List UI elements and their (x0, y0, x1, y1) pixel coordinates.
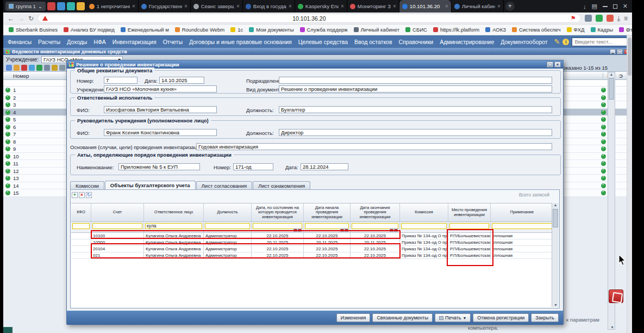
doc-type-field[interactable] (279, 85, 552, 92)
bookmark-item[interactable]: Еженедельный м (121, 27, 169, 33)
col-note[interactable]: Примечание (491, 203, 553, 221)
kaspersky-extension-icon[interactable] (596, 15, 603, 22)
app-menu-item[interactable]: Финансы (8, 39, 32, 45)
filter-date-state[interactable] (253, 223, 302, 229)
bookmark-item[interactable]: ФХД (567, 27, 585, 33)
dialog-tab[interactable]: Комиссии (70, 181, 104, 190)
filter-commission[interactable] (401, 223, 447, 229)
tab-close-icon[interactable]: × (445, 4, 448, 9)
app-menu-item[interactable]: Администрирование (440, 39, 494, 45)
col-account[interactable]: Счет (91, 203, 144, 221)
bookmark-item[interactable]: Личный кабинет (354, 27, 399, 33)
date-field[interactable] (159, 77, 204, 84)
bookmark-item[interactable]: Sberbank Busines (9, 27, 58, 33)
app-menu-item[interactable]: Расчеты (38, 39, 60, 45)
filter-note[interactable] (492, 223, 552, 229)
refresh-icon[interactable]: ↻ (86, 192, 92, 198)
filter-account[interactable] (92, 223, 142, 229)
app-menu-item[interactable]: Ввод остатков (354, 39, 392, 45)
head-position-field[interactable] (279, 129, 552, 136)
pinned-tab[interactable] (77, 2, 85, 10)
col-place[interactable]: Место проведения инвентаризации (448, 203, 491, 221)
close-button[interactable]: × (554, 61, 561, 67)
address-field[interactable]: 10.101.36.20 ⚑ (37, 14, 581, 23)
col-responsible[interactable]: Ответственное лицо (144, 203, 204, 221)
app-menu-item[interactable]: НФА (93, 39, 105, 45)
bookmark-flag-icon[interactable]: ⚑ (571, 15, 576, 21)
column-e[interactable]: Э (615, 73, 627, 79)
browser-tab[interactable]: Kaspersky Endpoin × (295, 0, 347, 13)
delete-row-icon[interactable]: × (79, 192, 85, 198)
app-menu-item[interactable]: Документооборот (501, 39, 547, 45)
dialog-tab[interactable]: Лист согласования (196, 181, 253, 190)
extension-icon[interactable] (585, 15, 592, 22)
app-menu-item[interactable]: Целевые средства (298, 39, 348, 45)
back-icon[interactable]: ← (8, 15, 14, 22)
grid-scrollbar[interactable]: ▲▼ (552, 203, 559, 307)
filter-date-end[interactable] (352, 223, 398, 229)
tab-group-chip[interactable]: группа 1 ⌄ (5, 2, 46, 11)
browser-tab[interactable]: 10.101.36.20 × (399, 0, 452, 13)
executor-position-field[interactable] (279, 106, 552, 113)
number-field[interactable] (104, 77, 137, 84)
bookmark-item[interactable]: Анализ БУ подвед (64, 27, 115, 33)
info-icon[interactable]: i (562, 39, 569, 45)
app-menu-item[interactable]: Доходы (67, 39, 87, 45)
bookmark-item[interactable]: Система обеспеч (512, 27, 561, 33)
browser-tab[interactable]: Личный кабинет ю × (452, 0, 504, 13)
tab-close-icon[interactable]: × (236, 4, 240, 9)
toolbar-icon[interactable] (6, 65, 12, 71)
minimize-button[interactable] (603, 6, 608, 7)
bookmark-item[interactable]: Кадры (591, 27, 613, 33)
forward-icon[interactable]: → (18, 15, 24, 22)
browser-tab[interactable]: 1 непрочитанный ч × (86, 0, 139, 13)
minimize-button[interactable]: ▁ (610, 49, 616, 54)
pinned-tab[interactable] (57, 2, 65, 10)
bookmark-item[interactable]: АОКЗ (485, 27, 506, 33)
col-kfo[interactable]: КФО (71, 203, 91, 221)
bookmark-item[interactable]: Мои документы (249, 27, 293, 33)
changes-button[interactable]: Изменения (336, 313, 371, 322)
filter-responsible[interactable] (145, 223, 202, 229)
act-name-field[interactable] (118, 163, 200, 170)
app-menu-item[interactable]: Договоры и иные правовые основания (189, 39, 292, 45)
tab-close-icon[interactable]: × (184, 4, 187, 9)
pinned-tab[interactable] (47, 2, 55, 10)
extension-icon[interactable] (607, 15, 614, 22)
close-button[interactable]: ✕ (623, 3, 628, 10)
maximize-button[interactable] (613, 4, 617, 9)
dialog-tab[interactable]: Объекты бухгалтерского учета (105, 181, 196, 190)
panels-icon[interactable]: ▤ (591, 3, 597, 10)
bookmarks-overflow-icon[interactable]: » (627, 26, 630, 33)
toolbar-icon[interactable] (44, 65, 50, 71)
act-number-field[interactable] (233, 163, 273, 170)
executor-fio-field[interactable] (104, 106, 217, 113)
app-menu-item[interactable]: Инвентаризация (112, 39, 157, 45)
col-position[interactable]: Должность (204, 203, 252, 221)
maximize-button[interactable]: ▢ (547, 61, 553, 67)
app-menu-item[interactable]: Отчеты (163, 39, 183, 45)
refresh-icon[interactable]: ↻ (28, 15, 34, 22)
bookmark-item[interactable]: СБИС (405, 27, 427, 33)
cancel-registration-button[interactable]: Отмена регистрации (473, 313, 529, 322)
related-docs-button[interactable]: Связанные документы (372, 313, 433, 322)
browser-tab[interactable]: Государственная и × (139, 0, 191, 13)
add-row-icon[interactable]: + (72, 192, 78, 198)
new-tab-button[interactable]: + (505, 2, 515, 11)
browser-tab[interactable]: Вход в государств × (243, 0, 295, 13)
downloads-icon[interactable]: ↓ (583, 3, 586, 10)
toolbar-icon[interactable] (36, 65, 42, 71)
institution-field[interactable] (104, 85, 217, 92)
browser-tab[interactable]: Сеанс завершен × (191, 0, 243, 13)
browser-tab[interactable]: Мониторинг Здрав × (347, 0, 399, 13)
tab-close-icon[interactable]: × (289, 4, 292, 9)
maximize-button[interactable]: ▢ (617, 49, 623, 54)
col-date-state[interactable]: Дата, по состоянию на которую проводится… (252, 203, 304, 221)
col-date-start[interactable]: Дата начала проведения инвентаризации (304, 203, 351, 221)
print-button[interactable]: Печать▼ (435, 313, 471, 322)
bookmark-item[interactable]: Служба поддерж (300, 27, 348, 33)
search-input[interactable] (572, 38, 632, 46)
col-date-end[interactable]: Дата окончания проведения инвентаризации (351, 203, 400, 221)
tab-close-icon[interactable]: × (341, 4, 344, 9)
close-dialog-button[interactable]: Закрыть (531, 313, 559, 322)
